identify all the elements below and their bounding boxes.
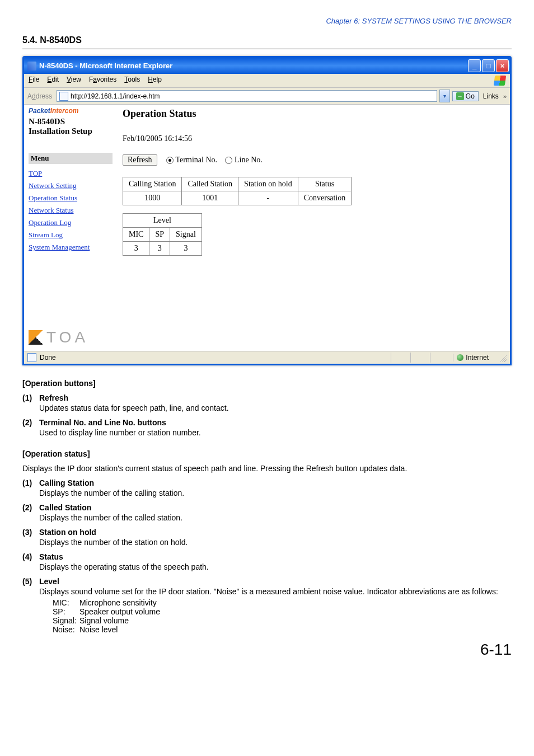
go-arrow-icon: → [456, 92, 464, 100]
document-body: [Operation buttons] (1)Refresh Updates s… [22, 379, 512, 634]
section-title: 5.4. N-8540DS [22, 35, 512, 49]
radio-terminal-no[interactable]: Terminal No. [166, 156, 217, 165]
operation-status-intro: Displays the IP door station's current s… [22, 464, 512, 473]
table-header-row: MIC SP Signal [123, 228, 202, 242]
menu-edit[interactable]: Edit [47, 76, 59, 86]
cell-sp: 3 [149, 242, 170, 256]
page-title: Operation Status [123, 108, 504, 120]
toa-logo: TOA [29, 278, 113, 346]
url-input[interactable]: http://192.168.1.1/index-e.htm [57, 90, 437, 102]
menu-tools[interactable]: Tools [124, 76, 140, 86]
windows-flag-icon [494, 76, 507, 86]
doc-item-station-on-hold: (3)Station on hold Displays the number o… [22, 528, 512, 547]
zone-label: Internet [466, 354, 489, 361]
titlebar: N-8540DS - Microsoft Internet Explorer _… [24, 58, 510, 74]
menubar: File Edit View Favorites Tools Help [24, 74, 510, 88]
radio-line-no[interactable]: Line No. [225, 156, 263, 165]
cell-calling: 1000 [123, 191, 182, 205]
page-number: 6-11 [22, 641, 512, 659]
url-dropdown-button[interactable]: ▾ [439, 90, 450, 102]
col-status: Status [298, 177, 352, 191]
window-title: N-8540DS - Microsoft Internet Explorer [39, 62, 172, 70]
cell-called: 1001 [182, 191, 238, 205]
installation-setup-label: Installation Setup [29, 126, 113, 136]
cell-status: Conversation [298, 191, 352, 205]
addressbar: Address http://192.168.1.1/index-e.htm ▾… [24, 88, 510, 105]
status-cell [410, 353, 430, 363]
menu-view[interactable]: View [67, 76, 81, 86]
sidebar: PacketIntercom N-8540DS Installation Set… [24, 105, 117, 351]
table-row: 3 3 3 [123, 242, 202, 256]
level-group-header: Level [123, 214, 202, 228]
radio-terminal-label: Terminal No. [176, 156, 217, 165]
packet-intercom-logo: PacketIntercom [29, 107, 113, 115]
menu-file[interactable]: File [29, 76, 39, 86]
timestamp: Feb/10/2005 16:14:56 [123, 134, 504, 143]
operation-status-heading: [Operation status] [22, 449, 512, 458]
ie-icon [27, 62, 36, 71]
table-row: 1000 1001 - Conversation [123, 191, 352, 205]
doc-item-status: (4)Status Displays the operating status … [22, 552, 512, 571]
col-signal: Signal [170, 228, 202, 242]
cell-hold: - [238, 191, 298, 205]
content-area: PacketIntercom N-8540DS Installation Set… [24, 105, 510, 351]
col-mic: MIC [123, 228, 149, 242]
links-chevron-icon[interactable]: » [503, 93, 507, 100]
doc-item-calling-station: (1)Calling Station Displays the number o… [22, 478, 512, 497]
globe-icon [457, 354, 463, 361]
address-label: Address [27, 92, 52, 100]
page-icon [59, 92, 68, 101]
resize-grip-icon[interactable] [498, 353, 507, 362]
refresh-button[interactable]: Refresh [123, 154, 157, 166]
doc-item-refresh: (1)Refresh Updates status data for speec… [22, 393, 512, 412]
sidebar-item-network-status[interactable]: Network Status [29, 206, 113, 215]
device-name: N-8540DS [29, 117, 113, 126]
url-text: http://192.168.1.1/index-e.htm [71, 92, 160, 100]
number-type-radio-group: Terminal No. Line No. [166, 156, 263, 165]
sidebar-item-system-management[interactable]: System Management [29, 243, 113, 252]
sidebar-item-stream-log[interactable]: Stream Log [29, 231, 113, 240]
status-text: Done [40, 354, 56, 361]
col-calling-station: Calling Station [123, 177, 182, 191]
done-icon [27, 353, 36, 362]
doc-item-called-station: (2)Called Station Displays the number of… [22, 503, 512, 522]
doc-item-level: (5)Level Displays sound volume set for t… [22, 577, 512, 634]
radio-line-label: Line No. [235, 156, 263, 165]
cell-mic: 3 [123, 242, 149, 256]
sidebar-item-top[interactable]: TOP [29, 169, 113, 178]
status-cell [430, 353, 449, 363]
toa-mark-icon [29, 330, 43, 345]
menu-help[interactable]: Help [148, 76, 162, 86]
go-button[interactable]: → Go [452, 91, 479, 101]
col-called-station: Called Station [182, 177, 238, 191]
status-table: Calling Station Called Station Station o… [123, 177, 352, 205]
zone-indicator: Internet [453, 354, 494, 361]
table-header-row: Calling Station Called Station Station o… [123, 177, 352, 191]
col-sp: SP [149, 228, 170, 242]
close-button[interactable]: × [496, 59, 509, 72]
radio-dot-icon [225, 157, 232, 164]
sidebar-item-network-setting[interactable]: Network Setting [29, 181, 113, 190]
sidebar-item-operation-status[interactable]: Operation Status [29, 194, 113, 203]
cell-signal: 3 [170, 242, 202, 256]
operation-buttons-heading: [Operation buttons] [22, 379, 512, 388]
col-station-on-hold: Station on hold [238, 177, 298, 191]
go-label: Go [466, 92, 475, 100]
menu-header: Menu [29, 153, 113, 164]
statusbar: Done Internet [24, 351, 510, 364]
links-label[interactable]: Links [483, 92, 499, 100]
minimize-button[interactable]: _ [468, 59, 481, 72]
browser-window: N-8540DS - Microsoft Internet Explorer _… [22, 56, 512, 365]
doc-item-terminal-line: (2)Terminal No. and Line No. buttons Use… [22, 418, 512, 437]
sidebar-item-operation-log[interactable]: Operation Log [29, 218, 113, 227]
status-cell [391, 353, 410, 363]
maximize-button[interactable]: □ [482, 59, 495, 72]
menu-favorites[interactable]: Favorites [89, 76, 116, 86]
main-pane: Operation Status Feb/10/2005 16:14:56 Re… [117, 105, 510, 351]
radio-dot-checked-icon [166, 157, 174, 164]
chapter-header: Chapter 6: SYSTEM SETTINGS USING THE BRO… [22, 17, 512, 25]
abbreviation-list: MIC:Microphone sensitivity SP:Speaker ou… [53, 598, 512, 634]
level-table: Level MIC SP Signal 3 3 3 [123, 213, 202, 256]
